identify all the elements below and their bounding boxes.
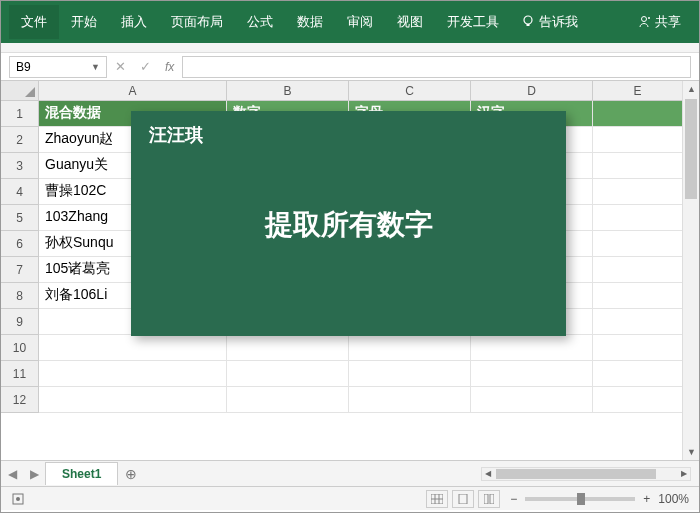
record-macro-icon[interactable] (11, 492, 25, 506)
cell[interactable] (471, 361, 593, 387)
cell[interactable] (349, 335, 471, 361)
cancel-icon[interactable]: ✕ (115, 59, 126, 74)
row-header[interactable]: 5 (1, 205, 39, 231)
scrollbar-thumb[interactable] (685, 99, 697, 199)
cell[interactable] (593, 387, 683, 413)
formula-input[interactable] (182, 56, 691, 78)
cell[interactable] (593, 179, 683, 205)
tab-review[interactable]: 审阅 (335, 5, 385, 39)
scrollbar-horizontal[interactable]: ◀ ▶ (481, 467, 691, 481)
page-icon (458, 494, 468, 504)
svg-point-0 (524, 16, 532, 24)
name-box[interactable]: B9 ▼ (9, 56, 107, 78)
overlay-card: 汪汪琪 提取所有数字 (131, 111, 566, 336)
cell[interactable] (349, 387, 471, 413)
row-header[interactable]: 12 (1, 387, 39, 413)
view-page-break-button[interactable] (478, 490, 500, 508)
row-header[interactable]: 7 (1, 257, 39, 283)
svg-point-6 (16, 497, 20, 501)
zoom-control: − + 100% (510, 492, 689, 506)
row-header[interactable]: 4 (1, 179, 39, 205)
cell[interactable] (349, 361, 471, 387)
cell[interactable] (593, 231, 683, 257)
tab-data[interactable]: 数据 (285, 5, 335, 39)
tab-developer[interactable]: 开发工具 (435, 5, 511, 39)
sheet-tab[interactable]: Sheet1 (45, 462, 118, 485)
cell[interactable] (39, 361, 227, 387)
scroll-down-icon[interactable]: ▼ (687, 447, 696, 457)
cell[interactable] (593, 309, 683, 335)
scrollbar-vertical[interactable]: ▲ ▼ (682, 81, 699, 460)
cell[interactable] (227, 361, 349, 387)
col-header-a[interactable]: A (39, 81, 227, 100)
row-header[interactable]: 2 (1, 127, 39, 153)
tab-view[interactable]: 视图 (385, 5, 435, 39)
svg-rect-1 (527, 24, 530, 26)
sheet-tabs-bar: ◀ ▶ Sheet1 ⊕ ◀ ▶ (1, 460, 699, 486)
cell[interactable] (39, 387, 227, 413)
row-header[interactable]: 3 (1, 153, 39, 179)
col-header-e[interactable]: E (593, 81, 683, 100)
share-label: 共享 (655, 13, 681, 31)
cell[interactable] (593, 335, 683, 361)
tab-formulas[interactable]: 公式 (235, 5, 285, 39)
tab-file[interactable]: 文件 (9, 5, 59, 39)
select-all-corner[interactable] (1, 81, 39, 100)
row-header[interactable]: 6 (1, 231, 39, 257)
view-page-layout-button[interactable] (452, 490, 474, 508)
pagebreak-icon (484, 494, 494, 504)
dropdown-icon: ▼ (91, 62, 100, 72)
svg-rect-12 (484, 494, 488, 504)
cell[interactable] (593, 205, 683, 231)
scroll-right-icon[interactable]: ▶ (681, 469, 687, 478)
tab-prev-icon[interactable]: ◀ (1, 467, 23, 481)
fx-icon[interactable]: fx (165, 60, 174, 74)
lightbulb-icon (521, 15, 535, 29)
col-header-c[interactable]: C (349, 81, 471, 100)
col-header-b[interactable]: B (227, 81, 349, 100)
grid-icon (431, 494, 443, 504)
cell[interactable] (593, 361, 683, 387)
row-header[interactable]: 1 (1, 101, 39, 127)
cell[interactable] (593, 153, 683, 179)
overlay-author: 汪汪琪 (149, 123, 203, 147)
svg-point-2 (642, 17, 647, 22)
zoom-in-button[interactable]: + (643, 492, 650, 506)
cell[interactable] (227, 335, 349, 361)
scroll-up-icon[interactable]: ▲ (687, 84, 696, 94)
cell[interactable] (471, 335, 593, 361)
cell[interactable] (39, 335, 227, 361)
view-normal-button[interactable] (426, 490, 448, 508)
col-header-d[interactable]: D (471, 81, 593, 100)
cell[interactable] (227, 387, 349, 413)
row-header[interactable]: 8 (1, 283, 39, 309)
zoom-knob[interactable] (577, 493, 585, 505)
add-sheet-button[interactable]: ⊕ (118, 466, 144, 482)
tab-home[interactable]: 开始 (59, 5, 109, 39)
cell[interactable] (593, 101, 683, 127)
row-header[interactable]: 9 (1, 309, 39, 335)
ribbon: 文件 开始 插入 页面布局 公式 数据 审阅 视图 开发工具 告诉我 共享 (1, 1, 699, 43)
hscroll-thumb[interactable] (496, 469, 656, 479)
cell[interactable] (593, 283, 683, 309)
row-header[interactable]: 11 (1, 361, 39, 387)
accept-icon[interactable]: ✓ (140, 59, 151, 74)
cell[interactable] (593, 257, 683, 283)
scroll-left-icon[interactable]: ◀ (485, 469, 491, 478)
tab-next-icon[interactable]: ▶ (23, 467, 45, 481)
share-button[interactable]: 共享 (627, 5, 691, 39)
tab-layout[interactable]: 页面布局 (159, 5, 235, 39)
tell-me[interactable]: 告诉我 (511, 5, 588, 39)
column-headers: A B C D E (1, 81, 699, 101)
cell[interactable] (593, 127, 683, 153)
cell[interactable] (471, 387, 593, 413)
tab-insert[interactable]: 插入 (109, 5, 159, 39)
zoom-out-button[interactable]: − (510, 492, 517, 506)
svg-rect-13 (490, 494, 494, 504)
name-box-value: B9 (16, 60, 31, 74)
row-header[interactable]: 10 (1, 335, 39, 361)
zoom-slider[interactable] (525, 497, 635, 501)
share-icon (637, 15, 651, 29)
svg-rect-11 (459, 494, 467, 504)
zoom-value[interactable]: 100% (658, 492, 689, 506)
